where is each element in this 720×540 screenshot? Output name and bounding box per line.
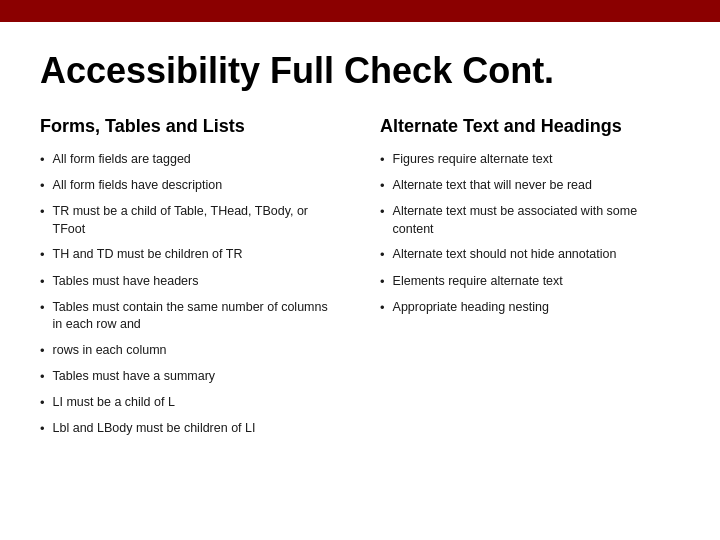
list-item: Appropriate heading nesting — [380, 299, 680, 317]
list-item: Alternate text should not hide annotatio… — [380, 246, 680, 264]
list-item: Lbl and LBody must be children of LI — [40, 420, 340, 438]
left-bullet-list: All form fields are taggedAll form field… — [40, 151, 340, 439]
main-content: Accessibility Full Check Cont. Forms, Ta… — [0, 22, 720, 467]
list-item: rows in each column — [40, 342, 340, 360]
list-item: Tables must contain the same number of c… — [40, 299, 340, 334]
list-item: Alternate text must be associated with s… — [380, 203, 680, 238]
list-item: Elements require alternate text — [380, 273, 680, 291]
page-title: Accessibility Full Check Cont. — [40, 50, 680, 92]
left-column: Forms, Tables and Lists All form fields … — [40, 116, 340, 447]
list-item: Figures require alternate text — [380, 151, 680, 169]
columns-container: Forms, Tables and Lists All form fields … — [40, 116, 680, 447]
list-item: TH and TD must be children of TR — [40, 246, 340, 264]
right-bullet-list: Figures require alternate textAlternate … — [380, 151, 680, 317]
right-column-header: Alternate Text and Headings — [380, 116, 680, 137]
list-item: Alternate text that will never be read — [380, 177, 680, 195]
list-item: TR must be a child of Table, THead, TBod… — [40, 203, 340, 238]
list-item: Tables must have a summary — [40, 368, 340, 386]
list-item: All form fields are tagged — [40, 151, 340, 169]
list-item: Tables must have headers — [40, 273, 340, 291]
top-bar — [0, 0, 720, 22]
left-column-header: Forms, Tables and Lists — [40, 116, 340, 137]
right-column: Alternate Text and Headings Figures requ… — [380, 116, 680, 447]
list-item: All form fields have description — [40, 177, 340, 195]
list-item: LI must be a child of L — [40, 394, 340, 412]
